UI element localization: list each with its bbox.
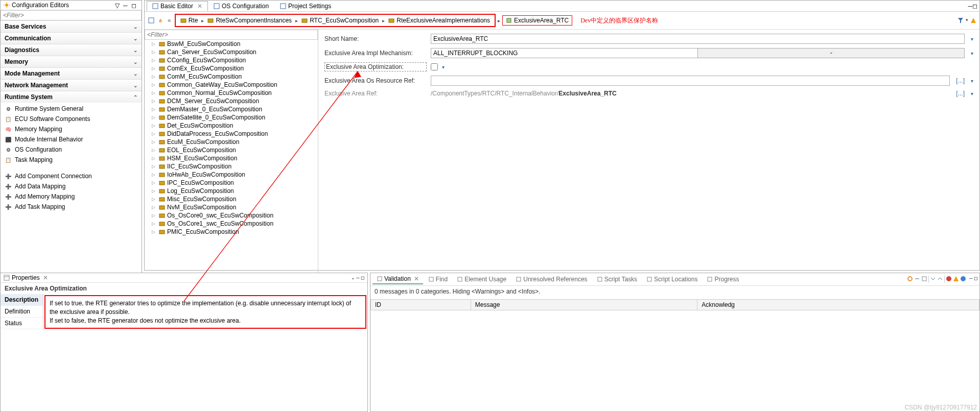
- tree-node[interactable]: ▷Can_Server_EcuSwComposition: [145, 48, 318, 56]
- expand-icon[interactable]: ▷: [152, 197, 155, 202]
- runtime-item[interactable]: ⬛Module Internal Behavior: [1, 134, 142, 144]
- category-mode-management[interactable]: Mode Management⌄: [1, 67, 142, 79]
- expand-icon[interactable]: ▷: [152, 82, 155, 87]
- bottom-tab-unresolved-references[interactable]: Unresolved References: [511, 275, 591, 284]
- tree-node[interactable]: ▷NvM_EcuSwComposition: [145, 203, 318, 211]
- editor-tab[interactable]: Project Settings: [274, 1, 337, 11]
- runtime-item[interactable]: ⚙OS Configuration: [1, 144, 142, 155]
- tree-node[interactable]: ▷Log_EcuSwComposition: [145, 187, 318, 195]
- warn-filter-icon[interactable]: [953, 276, 959, 282]
- runtime-item[interactable]: 📋ECU Software Components: [1, 114, 142, 124]
- expand-icon[interactable]: ▷: [152, 139, 155, 144]
- short-name-input[interactable]: [431, 34, 965, 44]
- expand-icon[interactable]: ▷: [152, 221, 155, 226]
- expand-icon[interactable]: ▷: [152, 164, 155, 169]
- tree-node[interactable]: ▷ComEx_EcuSwComposition: [145, 64, 318, 72]
- tree-node[interactable]: ▷BswM_EcuSwComposition: [145, 40, 318, 48]
- tree-node[interactable]: ▷EOL_EcuSwComposition: [145, 146, 318, 154]
- tree-node[interactable]: ▷EcuM_EcuSwComposition: [145, 138, 318, 146]
- back-button[interactable]: «: [166, 17, 173, 24]
- action-menu[interactable]: ▾: [442, 64, 445, 70]
- runtime-action[interactable]: ➕Add Memory Mapping: [1, 191, 142, 202]
- expand-icon[interactable]: ▷: [152, 50, 155, 55]
- optimization-checkbox[interactable]: [431, 63, 438, 70]
- tree-node[interactable]: ▷Common_GateWay_EcuSwComposition: [145, 81, 318, 89]
- action-menu[interactable]: ▾: [971, 78, 973, 84]
- refresh-icon[interactable]: [907, 276, 913, 282]
- category-communication[interactable]: Communication⌄: [1, 32, 142, 44]
- browse-button[interactable]: [...]: [956, 77, 965, 84]
- tree-node[interactable]: ▷ComM_EcuSwComposition: [145, 72, 318, 81]
- expand-icon[interactable]: ▷: [152, 66, 155, 71]
- filter-dropdown[interactable]: ▾: [966, 17, 968, 23]
- tree-node[interactable]: ▷IPC_EcuSwComposition: [145, 179, 318, 187]
- expand-icon[interactable]: ▷: [152, 148, 155, 153]
- tree-node[interactable]: ▷DCM_Server_EcuSwComposition: [145, 97, 318, 105]
- editor-tab[interactable]: OS Configuration: [208, 1, 274, 11]
- expand-icon[interactable]: ▷: [152, 205, 155, 210]
- expand-icon[interactable]: ▷: [152, 213, 155, 218]
- column-header[interactable]: ID: [371, 300, 471, 310]
- tree-node[interactable]: ▷Os_OsCore1_swc_EcuSwComposition: [145, 220, 318, 228]
- properties-side-tab[interactable]: Description: [1, 294, 43, 306]
- editor-tab[interactable]: Basic Editor✕: [147, 1, 208, 11]
- warning-icon[interactable]: [970, 17, 976, 23]
- tree-node[interactable]: ▷DidDataProcess_EcuSwComposition: [145, 130, 318, 138]
- expand-icon[interactable]: [930, 276, 936, 282]
- minimize-icon[interactable]: ─: [123, 2, 129, 8]
- runtime-item[interactable]: 🧠Memory Mapping: [1, 124, 142, 134]
- breadcrumb-item[interactable]: RteSwComponentInstances: [204, 15, 295, 26]
- expand-icon[interactable]: ▷: [152, 188, 155, 193]
- runtime-action[interactable]: ➕Add Data Mapping: [1, 181, 142, 191]
- config-filter-input[interactable]: [1, 10, 142, 20]
- breadcrumb-tail[interactable]: ExclusiveArea_RTC: [502, 15, 572, 26]
- expand-icon[interactable]: ▷: [152, 123, 155, 128]
- dropdown-button[interactable]: ⌄: [697, 49, 964, 58]
- view-menu-icon[interactable]: ─ ◻: [969, 276, 977, 283]
- collapse-icon[interactable]: [937, 276, 943, 282]
- runtime-item[interactable]: ⚙Runtime System General: [1, 104, 142, 114]
- category-base-services[interactable]: Base Services⌄: [1, 20, 142, 32]
- minimize-icon[interactable]: ─: [968, 3, 972, 10]
- view-menu-icon[interactable]: ▽: [115, 2, 121, 8]
- bottom-tab-script-tasks[interactable]: Script Tasks: [593, 275, 641, 284]
- error-filter-icon[interactable]: [946, 276, 952, 282]
- expand-icon[interactable]: ▷: [152, 172, 155, 177]
- action-menu[interactable]: ▾: [971, 51, 973, 56]
- tree-node[interactable]: ▷Misc_EcuSwComposition: [145, 195, 318, 203]
- properties-side-tab[interactable]: Status: [1, 318, 43, 329]
- bottom-tab-validation[interactable]: Validation✕: [372, 274, 423, 284]
- box-icon[interactable]: [921, 276, 927, 282]
- tree-node[interactable]: ▷IIC_EcuSwComposition: [145, 162, 318, 171]
- view-menu-icon[interactable]: ⌄ ─ ◻: [351, 275, 364, 280]
- expand-icon[interactable]: ▷: [152, 74, 155, 79]
- properties-tab[interactable]: Properties: [10, 274, 42, 281]
- expand-icon[interactable]: ▷: [152, 99, 155, 104]
- bottom-tab-script-locations[interactable]: Script Locations: [642, 275, 702, 284]
- expand-icon[interactable]: ▷: [152, 115, 155, 120]
- view-icon[interactable]: [148, 17, 155, 24]
- tree-node[interactable]: ▷PMIC_EcuSwComposition: [145, 228, 318, 236]
- mechanism-dropdown[interactable]: ALL_INTERRUPT_BLOCKING ⌄: [431, 48, 965, 58]
- close-icon[interactable]: ✕: [197, 3, 202, 10]
- expand-icon[interactable]: ▷: [152, 229, 155, 234]
- properties-side-tab[interactable]: Definition: [1, 306, 43, 318]
- bottom-tab-element-usage[interactable]: Element Usage: [453, 275, 510, 284]
- tree-filter-input[interactable]: [145, 30, 318, 40]
- info-filter-icon[interactable]: [960, 276, 966, 282]
- action-menu[interactable]: ▾: [971, 36, 973, 42]
- expand-icon[interactable]: ▷: [152, 156, 155, 161]
- maximize-icon[interactable]: ◻: [972, 3, 977, 10]
- expand-icon[interactable]: ▷: [152, 107, 155, 112]
- breadcrumb-item[interactable]: RTC_EcuSwComposition: [298, 15, 382, 26]
- browse-button[interactable]: [...]: [956, 90, 965, 97]
- runtime-action[interactable]: ➕Add Task Mapping: [1, 202, 142, 212]
- expand-icon[interactable]: ▷: [152, 41, 155, 46]
- tree-node[interactable]: ▷Det_EcuSwComposition: [145, 122, 318, 130]
- column-header[interactable]: Acknowledg: [697, 300, 979, 310]
- link-icon[interactable]: [914, 276, 920, 282]
- expand-icon[interactable]: ▷: [152, 131, 155, 136]
- expand-icon[interactable]: ▷: [152, 180, 155, 185]
- tree-node[interactable]: ▷DemMaster_0_EcuSwComposition: [145, 105, 318, 113]
- tree-node[interactable]: ▷IoHwAb_EcuSwComposition: [145, 171, 318, 179]
